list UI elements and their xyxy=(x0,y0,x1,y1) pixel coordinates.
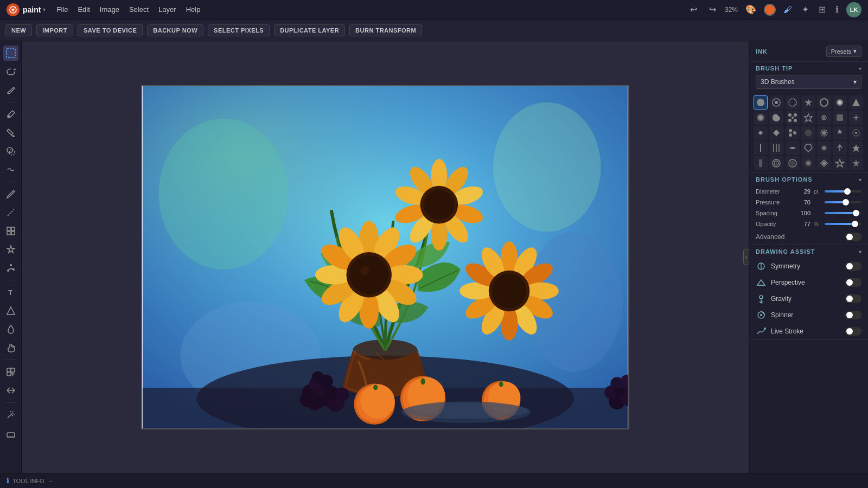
symmetry-toggle[interactable] xyxy=(845,262,861,271)
live-stroke-toggle[interactable] xyxy=(845,327,861,336)
brush-cell-30[interactable] xyxy=(769,156,783,170)
magic-wand-tool[interactable] xyxy=(3,407,18,422)
brush-cell-13[interactable] xyxy=(833,111,847,125)
add-layer-icon[interactable] xyxy=(3,364,18,380)
eyedropper-tool[interactable] xyxy=(3,107,18,122)
brush-cell-29[interactable] xyxy=(754,156,768,170)
app-dropdown-arrow[interactable]: ▾ xyxy=(43,7,46,12)
fill-tool[interactable] xyxy=(3,125,18,140)
brush-cell-6[interactable] xyxy=(833,95,847,110)
redo-button[interactable]: ↪ xyxy=(706,3,719,16)
presets-button[interactable]: Presets ▾ xyxy=(826,46,861,57)
user-avatar[interactable]: LK xyxy=(846,2,861,17)
brush-cell-10[interactable] xyxy=(786,111,800,125)
menu-file[interactable]: File xyxy=(56,5,68,14)
star-tool[interactable] xyxy=(3,242,18,257)
import-button[interactable]: IMPORT xyxy=(36,24,73,36)
menu-edit[interactable]: Edit xyxy=(78,5,90,14)
new-button[interactable]: NEW xyxy=(5,24,32,36)
duplicate-layer-button[interactable]: DUPLICATE LAYER xyxy=(274,24,345,36)
brush-cell-15[interactable] xyxy=(754,126,768,140)
shape-tool[interactable] xyxy=(3,303,18,318)
brush-tool[interactable] xyxy=(3,82,18,98)
brush-cell-4[interactable] xyxy=(801,95,815,110)
brush-cell-7[interactable] xyxy=(849,95,863,110)
ai-button[interactable]: ✦ xyxy=(800,3,811,16)
grid-tool[interactable] xyxy=(3,223,18,239)
color-wheel-button[interactable]: 🎨 xyxy=(743,3,758,16)
brush-tip-collapse-arrow[interactable]: ▾ xyxy=(859,66,861,72)
brush-cell-26[interactable] xyxy=(817,141,831,155)
collapse-right-panel-button[interactable]: › xyxy=(743,249,749,265)
backup-now-button[interactable]: BACKUP NOW xyxy=(147,24,203,36)
brush-cell-14[interactable] xyxy=(849,111,863,125)
brush-cell-33[interactable] xyxy=(817,156,831,170)
eraser-tool[interactable] xyxy=(3,426,18,441)
canvas-area[interactable]: › xyxy=(22,41,749,473)
brush-cell-22[interactable] xyxy=(754,141,768,155)
drawing-assist-collapse-arrow[interactable]: ▾ xyxy=(859,249,861,255)
brush-cell-3[interactable] xyxy=(786,95,800,110)
brush-cell-28[interactable] xyxy=(849,141,863,155)
spacing-slider[interactable] xyxy=(825,212,861,214)
menu-help[interactable]: Help xyxy=(186,5,201,14)
advanced-toggle[interactable] xyxy=(845,233,861,241)
brush-cell-16[interactable] xyxy=(769,126,783,140)
line-tool[interactable] xyxy=(3,205,18,220)
brush-cell-31[interactable] xyxy=(786,156,800,170)
svg-point-142 xyxy=(790,160,795,166)
info-button[interactable]: ℹ xyxy=(833,3,841,16)
lasso-tool[interactable] xyxy=(3,64,18,79)
diameter-slider[interactable] xyxy=(825,190,861,192)
menu-select[interactable]: Select xyxy=(129,5,149,14)
pen-tool[interactable] xyxy=(3,187,18,202)
menu-image[interactable]: Image xyxy=(100,5,119,14)
brush-cell-5[interactable] xyxy=(817,95,831,110)
app-name[interactable]: paint xyxy=(23,5,41,14)
spinner-toggle[interactable] xyxy=(845,311,861,319)
brush-cell-35[interactable] xyxy=(849,156,863,170)
brush-cell-19[interactable] xyxy=(817,126,831,140)
app-logo[interactable] xyxy=(7,3,20,16)
brush-cell-12[interactable] xyxy=(817,111,831,125)
type-tool[interactable]: T xyxy=(3,285,18,300)
brush-panel-button[interactable]: 🖌 xyxy=(781,4,794,16)
brush-cell-27[interactable] xyxy=(833,141,847,155)
brush-cell-11[interactable] xyxy=(801,111,815,125)
brush-options-collapse-arrow[interactable]: ▾ xyxy=(859,177,861,183)
brush-cell-1[interactable] xyxy=(754,95,768,110)
menu-layer[interactable]: Layer xyxy=(158,5,176,14)
undo-button[interactable]: ↩ xyxy=(687,3,700,16)
layers-button[interactable]: ⊞ xyxy=(816,3,828,16)
brush-cell-23[interactable] xyxy=(769,141,783,155)
select-tool[interactable] xyxy=(3,46,18,61)
canvas-image[interactable] xyxy=(141,85,629,429)
brush-cell-2[interactable] xyxy=(769,95,783,110)
brush-cell-34[interactable] xyxy=(833,156,847,170)
transform-tool[interactable] xyxy=(3,383,18,398)
node-tool[interactable] xyxy=(3,260,18,275)
brush-cell-20[interactable] xyxy=(833,126,847,140)
brush-cell-9[interactable] xyxy=(769,111,783,125)
hand-tool[interactable] xyxy=(3,340,18,355)
opacity-slider[interactable] xyxy=(825,223,861,225)
select-pixels-button[interactable]: SELECT PIXELS xyxy=(208,24,270,36)
smudge-tool[interactable] xyxy=(3,162,18,177)
drop-tool[interactable] xyxy=(3,322,18,337)
gravity-toggle[interactable] xyxy=(845,294,861,303)
brush-cell-18[interactable] xyxy=(801,126,815,140)
brush-cell-24[interactable] xyxy=(786,141,800,155)
brush-cell-17[interactable] xyxy=(786,126,800,140)
brush-cell-25[interactable] xyxy=(801,141,815,155)
clone-tool[interactable] xyxy=(3,144,18,159)
perspective-toggle[interactable] xyxy=(845,278,861,287)
pressure-slider[interactable] xyxy=(825,201,861,203)
tool-info-arrow[interactable]: → xyxy=(48,478,54,484)
brush-cell-32[interactable] xyxy=(801,156,815,170)
color-swatch[interactable] xyxy=(764,4,776,16)
brush-cell-21[interactable] xyxy=(849,126,863,140)
brush-type-dropdown[interactable]: 3D Brushes ▾ xyxy=(756,75,861,89)
brush-cell-8[interactable] xyxy=(754,111,768,125)
save-to-device-button[interactable]: SAVE TO DEVICE xyxy=(78,24,143,36)
burn-transform-button[interactable]: BURN TRANSFORM xyxy=(349,24,422,36)
